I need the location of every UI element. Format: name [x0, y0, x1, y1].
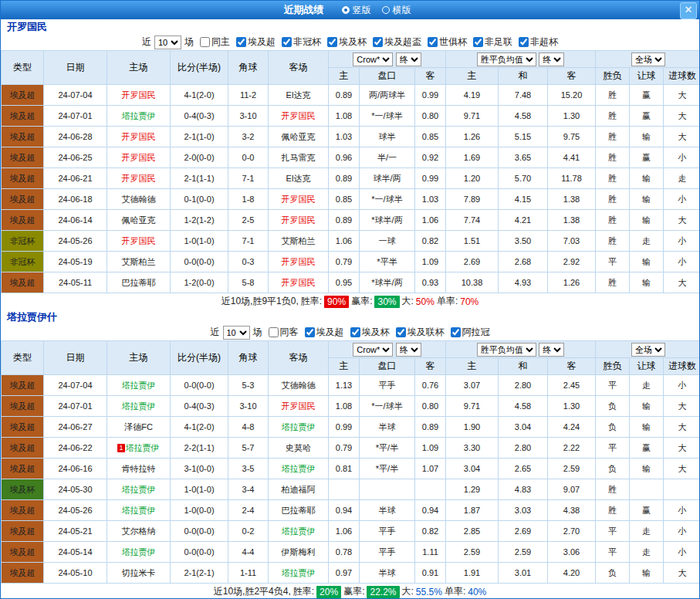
avg-stage-select[interactable]: 终 — [539, 52, 564, 66]
bookmaker-select[interactable]: Crow* — [353, 52, 393, 66]
cell-home-team: 塔拉贾伊 — [107, 375, 171, 396]
cell-type: 埃及超 — [2, 168, 44, 189]
match-row: 埃及杯24-05-30塔拉贾伊1-0(1-0)3-4柏迪福阿1.294.839.… — [2, 479, 700, 500]
match-row: 埃及超24-06-16肯特拉特3-1(0-0)3-5塔拉贾伊0.81*平/半1.… — [2, 459, 700, 479]
filter-checkbox-非超杯[interactable]: 非超杯 — [516, 36, 558, 49]
checkbox-label: 埃及超 — [316, 326, 344, 339]
filter-checkbox-埃及超[interactable]: 埃及超 — [233, 36, 276, 49]
cell-avg-away: 2.70 — [548, 521, 596, 542]
avg-odds-select[interactable]: 胜平负均值 — [477, 343, 536, 357]
cell-date: 24-05-14 — [44, 542, 107, 563]
cell-avg-home: 10.38 — [446, 272, 499, 293]
recent-count-select[interactable]: 10 — [223, 326, 250, 340]
checkbox-label: 埃及联杯 — [407, 326, 445, 339]
cell-home-team: 肯特拉特 — [107, 459, 171, 479]
cell-result: 负 — [596, 396, 630, 417]
checkbox-埃及杯[interactable] — [350, 327, 360, 337]
team-name-text: 切拉米卡 — [122, 568, 156, 577]
filter-checkbox-非冠杯[interactable]: 非冠杯 — [279, 36, 321, 49]
cell-avg-home: 7.89 — [446, 189, 499, 210]
checkbox-埃及杯[interactable] — [327, 37, 337, 47]
cell-odds-away: 0.76 — [415, 375, 446, 396]
cell-avg-draw: 2.68 — [499, 252, 548, 272]
col-away: 客场 — [269, 51, 329, 85]
team-name-text: 塔拉贾伊 — [126, 443, 160, 452]
filter-checkbox-埃及超[interactable]: 埃及超 — [302, 326, 344, 339]
cell-avg-home: 3.30 — [446, 438, 499, 459]
cell-home-team: 开罗国民 — [107, 231, 171, 252]
checkbox-同主[interactable] — [200, 37, 210, 47]
odds-stage-select[interactable]: 终 — [396, 343, 421, 357]
cover-rate-badge: 22.2% — [367, 586, 399, 598]
scope-select[interactable]: 全场 — [631, 343, 665, 357]
cell-avg-home: 1.26 — [446, 127, 499, 147]
cell-score: 1-0(1-0) — [171, 479, 228, 500]
checkbox-世俱杯[interactable] — [428, 37, 438, 47]
avg-odds-select[interactable]: 胜平负均值 — [477, 52, 536, 66]
cell-date: 24-05-21 — [44, 521, 107, 542]
filter-checkbox-非足联[interactable]: 非足联 — [470, 36, 512, 49]
filter-checkbox-世俱杯[interactable]: 世俱杯 — [424, 36, 467, 49]
checkbox-同客[interactable] — [269, 327, 279, 337]
match-row: 埃及超24-06-28开罗国民2-1(1-0)3-2佩哈亚克1.03球半0.85… — [2, 127, 700, 147]
cell-corners: 5-8 — [228, 272, 269, 293]
filter-checkbox-同主[interactable]: 同主 — [197, 36, 230, 49]
filter-checkbox-埃及联杯[interactable]: 埃及联杯 — [393, 326, 445, 339]
cell-avg-draw: 2.69 — [499, 521, 548, 542]
checkbox-非超杯[interactable] — [519, 37, 529, 47]
cell-away-team: 艾斯柏兰 — [269, 231, 329, 252]
filter-checkbox-埃及杯[interactable]: 埃及杯 — [347, 326, 390, 339]
cell-type: 埃及超 — [2, 127, 44, 147]
cell-goals-result: 大 — [664, 210, 700, 231]
cell-avg-away: 4.38 — [548, 500, 596, 521]
cell-away-team: 开罗国民 — [269, 396, 329, 417]
big-rate-label: 大: — [402, 295, 414, 308]
checkbox-埃及超[interactable] — [305, 327, 315, 337]
layout-radio-vertical[interactable]: 竖版 — [342, 4, 371, 17]
checkbox-非冠杯[interactable] — [282, 37, 292, 47]
cell-odds-home: 0.97 — [329, 563, 360, 584]
team-name-text: 开罗国民 — [122, 132, 156, 141]
team-name-text: 开罗国民 — [282, 111, 316, 120]
cell-odds-home: 0.94 — [329, 500, 360, 521]
cell-avg-away: 7.03 — [548, 231, 596, 252]
checkbox-埃及超盃[interactable] — [373, 37, 383, 47]
big-rate-label: 大: — [402, 585, 414, 598]
scope-select[interactable]: 全场 — [631, 52, 665, 66]
cell-odds-away: 0.85 — [415, 127, 446, 147]
bookmaker-select[interactable]: Crow* — [353, 343, 393, 357]
checkbox-非足联[interactable] — [473, 37, 483, 47]
cell-away-team: 开罗国民 — [269, 189, 329, 210]
filter-checkbox-埃及杯[interactable]: 埃及杯 — [324, 36, 367, 49]
filter-checkbox-同客[interactable]: 同客 — [265, 326, 299, 339]
recent-count-select[interactable]: 10 — [154, 36, 181, 49]
cell-goals-result: 走 — [664, 168, 700, 189]
filter-checkbox-埃及超盃[interactable]: 埃及超盃 — [370, 36, 421, 49]
avg-stage-select[interactable]: 终 — [539, 343, 564, 357]
team-name-text: 塔拉贾伊 — [122, 401, 156, 411]
cell-avg-home: 2.85 — [446, 521, 499, 542]
cell-avg-away: 2.45 — [548, 375, 596, 396]
cell-score: 0-0(0-0) — [171, 521, 228, 542]
checkbox-埃及联杯[interactable] — [396, 327, 406, 337]
cell-score: 2-0(0-0) — [171, 147, 228, 168]
checkbox-埃及超[interactable] — [236, 37, 246, 47]
cell-type: 埃及超 — [2, 521, 44, 542]
close-button[interactable]: ✕ — [680, 2, 697, 19]
cell-score: 1-0(0-0) — [171, 500, 228, 521]
cell-score: 2-1(1-0) — [171, 127, 228, 147]
filter-checkbox-阿拉冠[interactable]: 阿拉冠 — [448, 326, 490, 339]
cell-result: 胜 — [596, 127, 630, 147]
cell-odds-home: 1.08 — [329, 106, 360, 127]
cell-result: 胜 — [596, 210, 630, 231]
team-name-text: 泽德FC — [124, 422, 153, 431]
checkbox-阿拉冠[interactable] — [451, 327, 461, 337]
cell-handicap: *球半/两 — [360, 272, 415, 293]
odds-stage-select[interactable]: 终 — [396, 52, 421, 66]
cell-handicap-result: 走 — [630, 542, 664, 563]
cell-date: 24-06-22 — [44, 438, 107, 459]
team-name-text: 开罗国民 — [122, 153, 156, 162]
cell-away-team: 伊斯梅利 — [269, 542, 329, 563]
layout-radio-horizontal[interactable]: 横版 — [382, 4, 411, 17]
cell-corners: 0-2 — [228, 521, 269, 542]
